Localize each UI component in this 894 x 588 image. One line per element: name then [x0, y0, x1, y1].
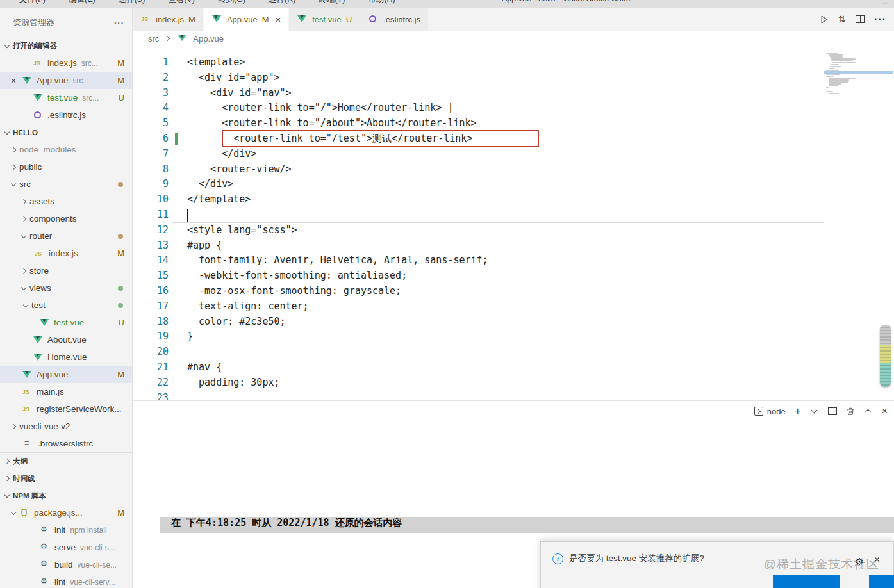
file-name: Home.vue [47, 352, 87, 362]
close-icon[interactable]: × [275, 14, 281, 25]
file-icon [33, 335, 44, 345]
file-name: components [29, 214, 77, 224]
menu-terminal[interactable]: 终端(T) [319, 0, 345, 5]
tree-row[interactable]: public [0, 158, 132, 176]
section-label: HELLO [13, 129, 38, 136]
tab-eslintrc[interactable]: .eslintrc.js [360, 8, 429, 31]
menu-view[interactable]: 查看(V) [168, 0, 195, 5]
tab-test-vue[interactable]: test.vue U [289, 8, 360, 31]
section-npm-scripts[interactable]: NPM 脚本 [0, 487, 132, 504]
npm-script-row[interactable]: lint vue-cli-serv... [0, 573, 132, 588]
show-recommendations-button[interactable] [869, 575, 894, 588]
close-icon[interactable] [11, 76, 22, 86]
tree-row[interactable]: .browserslistrc [0, 435, 132, 452]
breadcrumb[interactable]: src App.vue [133, 31, 894, 46]
section-label: NPM 脚本 [13, 491, 46, 501]
tree-row[interactable]: About.vue [0, 331, 132, 348]
menu-edit[interactable]: 编辑(E) [69, 0, 95, 5]
menu-go[interactable]: 转到(G) [218, 0, 245, 5]
tree-row[interactable]: src [0, 176, 132, 193]
tree-row[interactable]: Home.vue [0, 348, 132, 366]
split-terminal-icon[interactable] [828, 407, 837, 415]
close-panel-icon[interactable]: × [882, 405, 888, 417]
npm-script-row[interactable]: package.js... M [0, 504, 132, 521]
open-editor-row[interactable]: .eslintrc.js [0, 106, 132, 124]
tab-bar: index.js M App.vue M × test.vue U .eslin… [133, 8, 894, 31]
code-line: 22 padding: 30px; [133, 375, 894, 391]
window-more-icon[interactable]: ··· [881, 0, 889, 7]
tree-row[interactable]: App.vue M [0, 366, 132, 383]
file-name: vuecli-vue-v2 [19, 421, 70, 431]
tab-index-js[interactable]: index.js M [133, 8, 204, 31]
tree-row[interactable]: vuecli-vue-v2 [0, 418, 132, 435]
tree-row[interactable]: index.js M [0, 245, 132, 262]
tab-app-vue[interactable]: App.vue M × [204, 8, 289, 31]
minimize-icon[interactable]: — [847, 0, 854, 7]
tree-row[interactable]: test.vue U [0, 314, 132, 331]
code-line: 23 [133, 391, 894, 400]
tree-row[interactable]: registerServiceWork... [0, 400, 132, 418]
line-number: 1 [133, 55, 169, 70]
menu-help[interactable]: 帮助(H) [368, 0, 395, 5]
panel-header: node + × [133, 401, 894, 422]
chevron-down-icon [3, 41, 13, 51]
file-name: test.vue [54, 318, 84, 327]
vue-icon [211, 14, 222, 24]
section-open-editors[interactable]: 打开的编辑器 [0, 37, 132, 54]
breadcrumb-folder[interactable]: src [148, 34, 159, 44]
script-name: serve [54, 543, 76, 552]
terminal-selector[interactable]: node [754, 407, 786, 416]
tree-row[interactable]: views [0, 279, 132, 297]
kill-terminal-icon[interactable] [846, 407, 855, 416]
open-editor-row[interactable]: index.js src... M [0, 54, 132, 72]
file-icon [33, 110, 44, 120]
script-icon [40, 543, 51, 553]
open-editor-row[interactable]: test.vue src... U [0, 89, 132, 106]
tree-row[interactable]: test [0, 297, 132, 314]
install-dropdown-icon[interactable] [822, 575, 839, 588]
title-bar: 文件(F) 编辑(E) 选择(S) 查看(V) 转到(G) 运行(R) 终端(T… [0, 0, 894, 8]
file-name: main.js [37, 387, 64, 396]
tree-row[interactable]: router [0, 227, 132, 245]
new-terminal-icon[interactable]: + [795, 407, 801, 416]
section-project[interactable]: HELLO [0, 124, 132, 141]
tree-row[interactable]: node_modules [0, 141, 132, 158]
tree-row[interactable]: components [0, 210, 132, 227]
section-outline[interactable]: 大纲 [0, 452, 132, 470]
tree-row[interactable]: store [0, 262, 132, 279]
code-line: 4 <router-link to="/">Home</router-link>… [133, 101, 894, 116]
npm-script-row[interactable]: init npm install [0, 521, 132, 539]
editor-more-icon[interactable]: ··· [874, 13, 886, 25]
notification-close-icon[interactable]: × [874, 554, 880, 566]
tree-row[interactable]: assets [0, 193, 132, 210]
notification-settings-icon[interactable]: ⚙ [856, 556, 864, 568]
file-name: public [19, 162, 42, 172]
file-name: App.vue [37, 76, 69, 85]
npm-script-row[interactable]: serve vue-cli-s... [0, 539, 132, 556]
code-editor[interactable]: 1 <template> 2 <div id="app"> 3 <div id=… [133, 46, 894, 400]
file-icon [22, 76, 33, 86]
line-number: 7 [133, 147, 169, 162]
line-number: 11 [133, 208, 169, 223]
npm-script-row[interactable]: build vue-cli-se... [0, 556, 132, 573]
maximize-panel-icon[interactable] [864, 407, 873, 416]
run-icon[interactable] [819, 15, 829, 24]
code-line: 10 </template> [133, 192, 894, 208]
menu-selection[interactable]: 选择(S) [119, 0, 145, 5]
tree-row[interactable]: main.js [0, 383, 132, 400]
terminal-dropdown-icon[interactable] [810, 407, 819, 416]
menu-file[interactable]: 文件(F) [19, 0, 46, 5]
open-editor-row[interactable]: App.vue src M [0, 72, 132, 89]
install-button[interactable] [773, 575, 840, 588]
line-text: -moz-osx-font-smoothing: grayscale; [187, 284, 401, 299]
section-timeline[interactable]: 时间线 [0, 470, 132, 487]
menu-run[interactable]: 运行(R) [269, 0, 295, 5]
breadcrumb-file[interactable]: App.vue [193, 34, 224, 44]
split-editor-icon[interactable] [856, 15, 865, 23]
window-title: App.vue - hello - Visual Studio Code [502, 0, 631, 3]
explorer-more-icon[interactable]: ··· [114, 18, 124, 28]
line-number: 15 [133, 268, 169, 284]
open-changes-icon[interactable]: ⇅ [838, 14, 846, 24]
section-label: 大纲 [13, 457, 28, 466]
file-path: src... [82, 94, 99, 102]
